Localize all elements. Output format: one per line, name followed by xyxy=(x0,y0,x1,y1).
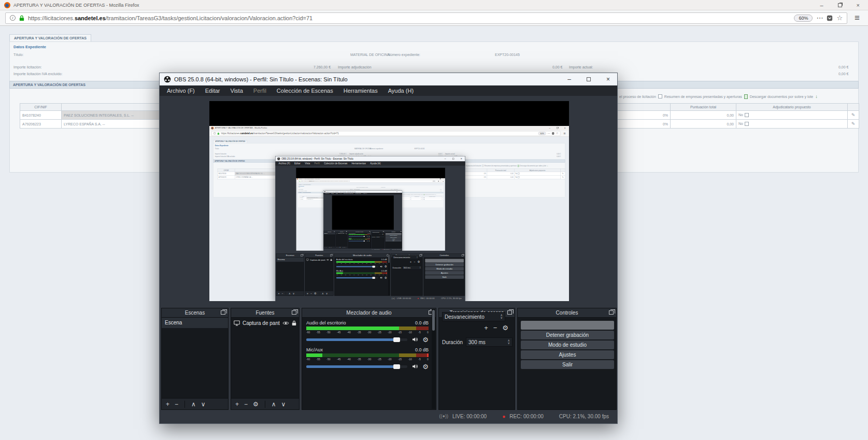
scenes-panel-header[interactable]: Escenas xyxy=(276,254,304,258)
download-icon[interactable]: ↓ xyxy=(815,94,818,99)
source-down-button[interactable]: ∨ xyxy=(326,292,328,295)
toolbar-text-3[interactable]: Descargar documentos por sobre y lote xyxy=(750,95,814,98)
obs-close-button[interactable]: × xyxy=(606,76,610,83)
site-info-icon[interactable]: i xyxy=(10,15,16,21)
add-scene-button[interactable]: + xyxy=(166,401,169,408)
toolbar-text-2[interactable]: Resumen de empresas presentadas y apertu… xyxy=(664,95,742,98)
browser-minimize-button[interactable]: – xyxy=(549,126,551,129)
speaker-icon[interactable] xyxy=(411,336,418,343)
menu-perfil[interactable]: Perfil xyxy=(248,88,272,94)
transition-properties-button[interactable]: ⚙ xyxy=(418,260,420,263)
select-spinner[interactable]: ∧∨ xyxy=(417,256,418,258)
toolbar-text-2[interactable]: Resumen de empresas presentadas y apertu… xyxy=(485,165,517,167)
summary-doc-icon[interactable] xyxy=(518,165,519,167)
obs-preview-canvas[interactable]: APERTURA Y VALORACIÓN DE OFERTAS - Mozil… xyxy=(209,101,569,301)
lock-source-icon[interactable] xyxy=(292,320,296,326)
pocket-icon[interactable] xyxy=(438,181,439,182)
edit-row-icon[interactable]: ✎ xyxy=(848,120,859,129)
gear-icon[interactable]: ⚙ xyxy=(385,265,387,268)
url-text[interactable]: https://licitaciones.sandetel.es/tramita… xyxy=(301,181,432,182)
adjudicatario-checkbox[interactable] xyxy=(745,113,749,117)
scene-down-button[interactable]: ∨ xyxy=(201,401,206,408)
start-streaming-button[interactable] xyxy=(521,321,614,330)
add-transition-button[interactable]: + xyxy=(410,260,411,263)
obs-minimize-button[interactable]: – xyxy=(567,76,571,83)
popout-icon[interactable] xyxy=(420,254,422,256)
spin-down-icon[interactable]: ∨ xyxy=(382,233,382,233)
transition-select[interactable]: Desvanecimiento ∧∨ xyxy=(372,232,383,233)
menu-archivo[interactable]: Archivo (F) xyxy=(324,193,331,194)
pocket-icon[interactable] xyxy=(827,15,833,21)
speaker-icon[interactable] xyxy=(380,276,382,279)
sources-panel-header[interactable]: Fuentes xyxy=(336,231,347,233)
spin-down-icon[interactable]: ∨ xyxy=(417,257,418,258)
popout-icon[interactable] xyxy=(462,254,464,256)
adjudicatario-checkbox[interactable] xyxy=(745,122,749,126)
popout-icon[interactable] xyxy=(330,254,332,256)
add-scene-button[interactable]: + xyxy=(278,292,280,295)
remove-transition-button[interactable]: − xyxy=(414,260,415,263)
speaker-icon[interactable] xyxy=(380,265,382,268)
browser-minimize-button[interactable]: – xyxy=(437,178,437,179)
pocket-icon[interactable] xyxy=(552,132,554,135)
volume-slider-handle[interactable] xyxy=(372,266,375,268)
zoom-level-badge[interactable]: 60% xyxy=(538,132,546,135)
browser-minimize-button[interactable]: – xyxy=(820,2,823,8)
add-source-button[interactable]: + xyxy=(307,292,308,295)
scene-up-button[interactable]: ∧ xyxy=(191,401,196,408)
add-transition-button[interactable]: + xyxy=(484,324,488,332)
menu-vista[interactable]: Vista xyxy=(335,193,339,194)
lock-source-icon[interactable] xyxy=(330,259,332,261)
source-list-item[interactable]: Captura de pantal xyxy=(336,233,347,234)
scenes-panel-header[interactable]: Escenas xyxy=(324,231,335,233)
browser-close-button[interactable]: × xyxy=(564,126,566,129)
speaker-icon[interactable] xyxy=(411,363,418,370)
obs-close-button[interactable]: × xyxy=(461,157,462,160)
obs-minimize-button[interactable]: – xyxy=(445,157,446,160)
transition-select[interactable]: Desvanecimiento ∧∨ xyxy=(392,255,419,259)
audio-mixer-header[interactable]: Mezclador de audio xyxy=(302,308,436,318)
studio-mode-button[interactable]: Modo de estudio xyxy=(521,340,614,349)
spin-down-icon[interactable]: ∨ xyxy=(383,237,384,237)
source-up-button[interactable]: ∧ xyxy=(272,401,276,408)
menu-coleccion[interactable]: Colección de Escenas xyxy=(322,162,349,165)
remove-source-button[interactable]: − xyxy=(310,292,312,295)
controls-header[interactable]: Controles xyxy=(424,254,465,258)
menu-coleccion[interactable]: Colección de Escenas xyxy=(343,193,354,194)
download-icon[interactable]: ↓ xyxy=(547,165,548,167)
adjudicatario-checkbox[interactable] xyxy=(424,199,424,200)
menu-ayuda[interactable]: Ayuda (H) xyxy=(362,193,368,194)
source-up-button[interactable]: ∧ xyxy=(322,292,324,295)
spin-down-icon[interactable]: ∨ xyxy=(508,342,510,345)
speaker-icon[interactable] xyxy=(367,236,368,237)
select-spinner[interactable]: ∧∨ xyxy=(382,232,382,233)
settings-button[interactable]: Ajustes xyxy=(425,271,464,275)
hamburger-menu-icon[interactable]: ≡ xyxy=(563,131,565,135)
sources-panel-header[interactable]: Fuentes xyxy=(231,308,299,318)
eye-icon[interactable] xyxy=(326,259,329,261)
add-source-button[interactable]: + xyxy=(235,401,239,408)
duration-spinner[interactable]: ∧∨ xyxy=(420,266,421,268)
stop-recording-button[interactable]: Detener grabación xyxy=(521,331,614,339)
volume-slider-handle[interactable] xyxy=(364,236,365,237)
popout-icon[interactable] xyxy=(346,231,347,232)
source-list-item[interactable]: Captura de pantal xyxy=(305,258,333,262)
url-bar[interactable]: i https://licitaciones.sandetel.es/trami… xyxy=(211,131,560,136)
scenes-panel-header[interactable]: Escenas xyxy=(162,308,228,318)
controls-header[interactable]: Controles xyxy=(385,231,402,233)
volume-slider-handle[interactable] xyxy=(393,337,400,342)
hamburger-menu-icon[interactable]: ≡ xyxy=(443,180,444,182)
source-properties-button[interactable]: ⚙ xyxy=(253,401,259,408)
remove-transition-button[interactable]: − xyxy=(493,324,497,332)
duration-spinner[interactable]: ∧∨ xyxy=(383,236,384,237)
controls-header[interactable]: Controles xyxy=(518,308,616,318)
obs-close-button[interactable]: × xyxy=(400,191,401,192)
source-down-button[interactable]: ∨ xyxy=(281,401,286,408)
gear-icon[interactable]: ⚙ xyxy=(368,240,369,242)
menu-perfil[interactable]: Perfil xyxy=(339,193,343,194)
menu-editar[interactable]: Editar xyxy=(200,88,225,94)
zoom-level-badge[interactable]: 60% xyxy=(794,15,813,22)
scene-list-item[interactable]: Escena xyxy=(162,318,228,328)
gear-icon[interactable]: ⚙ xyxy=(422,363,429,370)
site-info-icon[interactable]: i xyxy=(298,181,299,182)
